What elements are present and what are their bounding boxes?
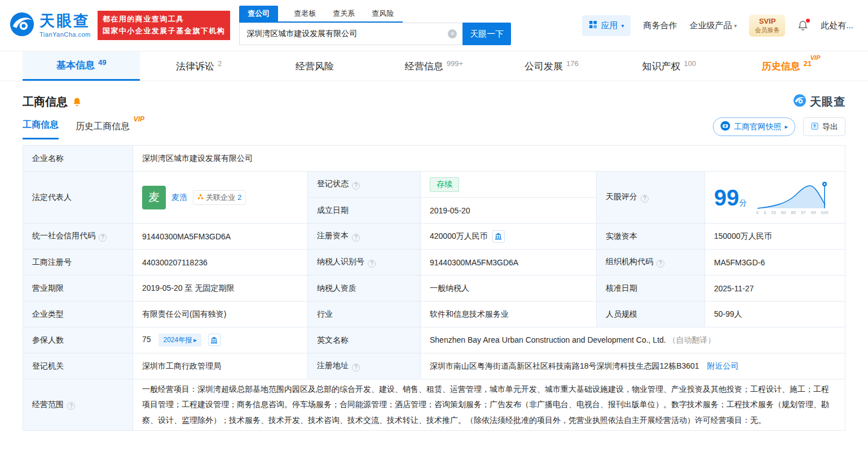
tab-company-development[interactable]: 公司发展 176 [493,51,610,81]
paid-capital-label: 实缴资本 [597,224,705,250]
industry-label: 行业 [308,301,421,327]
tab-ip-label: 知识产权 [642,60,680,73]
apps-button[interactable]: 应用 ▾ [582,15,631,36]
logo-text-en: TianYanCha.com [39,31,91,38]
auto-translate-note: （自动翻译） [668,335,716,344]
subtab-business-info[interactable]: 工商信息 [23,119,59,139]
subscribe-bell-icon[interactable] [72,97,82,107]
apps-grid-icon [589,20,597,30]
table-row: 法定代表人 麦 麦浩 关联企业 [23,172,845,198]
company-name-value: 深圳湾区城市建设发展有限公司 [133,146,845,172]
score-number: 99分 [714,186,747,209]
tab-basic-info[interactable]: 基本信息 49 [23,51,140,81]
score-curve-icon [756,180,829,209]
tab-business-risk[interactable]: 经营风险 [258,51,375,81]
logo-text-cn: 天眼查 [39,14,91,29]
establish-date-label: 成立日期 [308,198,421,224]
reg-number-label: 工商注册号 [23,250,133,276]
tianyancha-logo[interactable]: 天眼查 TianYanCha.com [9,11,91,40]
related-companies-text: 关联企业 [206,193,235,203]
score-chart: 031550859799100 [756,180,829,215]
help-icon[interactable]: ? [641,195,649,203]
watermark-eye-icon [793,94,807,110]
section-title: 工商信息 [23,94,68,110]
subtab-history-business-info[interactable]: 历史工商信息 VIP [76,121,130,139]
help-icon[interactable]: ? [352,182,360,190]
taxpayer-id-label: 纳税人识别号? [308,250,421,276]
address-label: 注册地址? [308,353,421,379]
reg-authority-value: 深圳市工商行政管理局 [133,353,308,379]
annual-report-badge[interactable]: 2024年报▸ [158,334,201,347]
legal-rep-avatar[interactable]: 麦 [142,186,166,209]
english-name-label: 英文名称 [308,327,421,353]
search-tab-boss[interactable]: 查老板 [293,6,317,21]
enterprise-products-link[interactable]: 企业级产品 ▾ [689,20,737,31]
help-icon[interactable]: ? [99,234,107,242]
approval-date-value: 2025-11-27 [705,276,845,301]
business-scope-value: 一般经营项目：深圳湾超级总部基地范围内园区及总部的综合开发、建设、销售、租赁、运… [133,379,845,431]
tianyancha-eye-icon [9,11,35,40]
staff-size-value: 50-99人 [705,301,845,327]
user-account[interactable]: 此处有... [821,20,853,31]
official-snapshot-button[interactable]: 工商官网快照 ▸ [713,117,795,136]
approval-date-label: 核准日期 [597,276,705,301]
search-button[interactable]: 天眼一下 [462,23,511,45]
search-tab-relation[interactable]: 查关系 [332,6,356,21]
promo-banner[interactable]: 都在用的商业查询工具 国家中小企业发展子基金旗下机构 [98,11,231,40]
tab-business-info[interactable]: 经营信息 999+ [375,51,492,81]
business-term-value: 2019-05-20 至 无固定期限 [133,276,308,301]
tab-basic-info-label: 基本信息 [56,59,95,72]
subtab-history-vip-tag: VIP [134,115,144,123]
tab-history-info[interactable]: 历史信息 21 VIP [728,51,845,81]
bank-icon[interactable] [492,230,505,243]
bank-icon[interactable] [208,334,221,346]
subtab-history-label: 历史工商信息 [76,121,130,131]
legal-rep-name-link[interactable]: 麦浩 [171,193,187,203]
help-icon[interactable]: ? [352,234,360,242]
tab-history-label: 历史信息 [762,60,800,73]
taxpayer-quality-label: 纳税人资质 [308,276,421,301]
help-icon[interactable]: ? [656,260,664,268]
tab-legal-proceedings[interactable]: 法律诉讼 2 [140,51,257,81]
main-content: 工商信息 天眼查 工商信息 历史工商信息 VIP [0,94,868,431]
legal-rep-value: 麦 麦浩 关联企业 2 [133,172,308,224]
company-type-label: 企业类型 [23,301,133,327]
related-companies-badge[interactable]: 关联企业 2 [193,190,246,205]
search-tab-company[interactable]: 查公司 [239,6,278,21]
export-button[interactable]: 导出 [803,117,845,136]
status-badge: 存续 [430,177,459,192]
help-icon[interactable]: ? [352,364,360,371]
notification-bell-icon[interactable] [797,20,808,31]
taxpayer-quality-value: 一般纳税人 [421,276,597,301]
establish-date-value: 2019-05-20 [421,198,597,224]
subtabs-row: 工商信息 历史工商信息 VIP 工商官网快照 ▸ [23,117,845,139]
insured-label: 参保人数 [23,327,133,353]
nearby-companies-link[interactable]: 附近公司 [707,361,739,370]
enterprise-label: 企业级产品 [689,20,732,31]
reg-authority-label: 登记机关 [23,353,133,379]
table-row: 工商注册号 440300207118236 纳税人识别号? 91440300MA… [23,250,845,276]
search-tab-risk[interactable]: 查风险 [371,6,395,21]
reg-capital-label: 注册资本? [308,224,421,250]
insured-value: 75 2024年报▸ [133,327,308,353]
paid-capital-value: 150000万人民币 [705,224,845,250]
snapshot-label: 工商官网快照 [734,122,781,132]
table-row: 营业期限 2019-05-20 至 无固定期限 纳税人资质 一般纳税人 核准日期… [23,276,845,301]
watermark-logo: 天眼查 [793,94,845,110]
org-code-label: 组织机构代码? [597,250,705,276]
cooperation-link[interactable]: 商务合作 [643,20,677,31]
tab-history-vip-tag: VIP [810,54,821,61]
tab-intellectual-property[interactable]: 知识产权 100 [610,51,728,81]
table-row: 企业名称 深圳湾区城市建设发展有限公司 [23,146,845,172]
help-icon[interactable]: ? [368,260,376,268]
svip-badge[interactable]: SVIP 会员服务 [749,15,785,37]
search-input[interactable] [239,23,462,45]
business-scope-label: 经营范围? [23,379,133,431]
related-companies-icon [197,193,204,202]
legal-rep-label: 法定代表人 [23,172,133,224]
tab-legal-count: 2 [218,59,222,68]
address-value: 深圳市南山区粤海街道高新区社区科技南路18号深圳湾科技生态园12栋B3601 附… [421,353,845,379]
help-icon[interactable]: ? [67,402,75,410]
promo-line1: 都在用的商业查询工具 [103,14,226,25]
credit-code-label: 统一社会信用代码? [23,224,133,250]
